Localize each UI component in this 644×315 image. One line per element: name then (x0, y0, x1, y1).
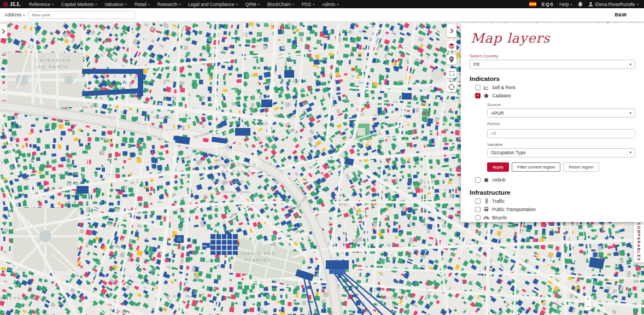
traffic-checkbox[interactable] (475, 199, 481, 204)
drop-pin-button[interactable] (447, 55, 456, 65)
chevron-down-icon: ▾ (23, 13, 25, 17)
chevron-down-icon: ▾ (292, 2, 294, 6)
airbnb-row: Airbnb (475, 177, 635, 183)
nav-item-research[interactable]: Research▾ (154, 2, 184, 7)
filter-current-region-button[interactable]: Filter current region (512, 162, 560, 172)
house-icon (483, 94, 489, 98)
spanish-flag-icon[interactable] (529, 2, 536, 7)
country-value: FR (473, 62, 479, 67)
bus-icon (483, 207, 489, 212)
chart-icon (483, 85, 489, 90)
airbnb-checkbox[interactable] (475, 177, 481, 183)
nav-item-valuation[interactable]: Valuation▾ (101, 2, 131, 7)
variable-value: Occupation Type (491, 150, 526, 155)
chevron-down-icon: ▾ (258, 2, 260, 6)
public-transportation-row: Public Transportation (475, 207, 635, 212)
panel-title: Map layers (471, 31, 635, 46)
panel-collapse-button[interactable] (447, 24, 456, 37)
zoom-in-button[interactable]: + (584, 296, 592, 303)
cadastre-row: Cadastre (475, 93, 635, 98)
reset-region-button[interactable]: Reset region (563, 162, 599, 172)
compass-crosshair-icon (448, 84, 455, 90)
chevron-down-icon: ▾ (148, 2, 150, 6)
help-menu[interactable]: Help▾ (559, 2, 572, 7)
chevron-down-icon: ▾ (637, 2, 639, 6)
region-select-icon (449, 71, 455, 77)
nav-item-admin[interactable]: Admin▾ (318, 2, 342, 7)
bell-icon[interactable] (578, 2, 583, 7)
chevron-down-icon: ▾ (571, 2, 572, 6)
period-input[interactable] (487, 129, 635, 138)
user-menu[interactable]: Elena.RivasRuzafa ▾ (588, 2, 639, 7)
chevron-down-icon: ▾ (629, 111, 631, 115)
map-layers-button[interactable] (447, 41, 456, 51)
house-icon (483, 178, 489, 182)
chevron-down-icon: ▾ (337, 2, 338, 6)
cadastre-checkbox[interactable] (475, 93, 481, 98)
left-panel-expand-tab[interactable] (0, 24, 7, 38)
chevron-right-icon (2, 29, 5, 34)
public-transportation-label: Public Transportation (492, 207, 536, 212)
zoom-control: + − (584, 296, 592, 310)
locate-button[interactable] (447, 82, 456, 92)
top-navigation: JLL Reference▾ Capital Markets▾ Valuatio… (0, 0, 644, 8)
bicycle-icon (483, 215, 489, 220)
source-label: Source (487, 102, 635, 107)
variable-select[interactable]: Occupation Type ▾ (487, 148, 635, 158)
chevron-down-icon: ▾ (313, 2, 314, 6)
nav-item-retail[interactable]: Retail▾ (131, 2, 154, 7)
jll-logo-icon (3, 2, 8, 7)
cadastre-label: Cadastre (492, 93, 511, 98)
traffic-light-icon (483, 199, 489, 203)
chevron-down-icon: ▾ (125, 2, 127, 6)
user-icon (588, 2, 593, 7)
cadastre-actions: Apply Filter current region Reset region (487, 162, 635, 172)
public-transportation-checkbox[interactable] (475, 207, 481, 212)
sell-rent-row: Sell & Rent (475, 85, 635, 90)
search-header: Address▾ B&W (0, 8, 644, 22)
nav-item-qrm[interactable]: QRM▾ (242, 2, 264, 7)
source-value: APUR (491, 110, 504, 116)
nav-item-blockchain[interactable]: BlockChain▾ (264, 2, 298, 7)
apply-button[interactable]: Apply (487, 162, 509, 172)
nav-item-pds[interactable]: PDS▾ (298, 2, 319, 7)
map-layers-panel: Map layers Select Country FR ▾ Indicator… (461, 23, 644, 222)
address-search-input[interactable] (28, 11, 135, 19)
source-select[interactable]: APUR ▾ (487, 108, 635, 118)
traffic-label: Traffic (492, 199, 505, 204)
nav-item-capital-markets[interactable]: Capital Markets▾ (57, 2, 101, 7)
cadastre-options: Source APUR ▾ Period Variable Occupation… (487, 102, 635, 172)
nav-item-legal-and-compliance[interactable]: Legal and Compliance▾ (184, 2, 242, 7)
map-toolbar (447, 24, 456, 92)
layers-icon (448, 43, 455, 49)
user-name: Elena.RivasRuzafa (595, 2, 635, 7)
address-type-select[interactable]: Address▾ (4, 12, 25, 18)
chevron-down-icon: ▾ (179, 2, 180, 6)
chevron-down-icon: ▾ (236, 2, 238, 6)
eqs-logo[interactable]: EQS (542, 2, 554, 7)
chevron-right-icon (450, 28, 454, 33)
bicycle-row: Bicycle (475, 215, 635, 220)
chevron-down-icon: ▾ (629, 62, 631, 67)
bw-style-button[interactable]: B&W (610, 11, 633, 19)
sell-rent-checkbox[interactable] (475, 85, 481, 90)
chevron-down-icon: ▾ (52, 2, 54, 6)
draw-region-button[interactable] (447, 68, 456, 78)
infrastructure-heading: Infrastructure (470, 189, 635, 196)
country-select[interactable]: FR ▾ (470, 60, 635, 69)
chevron-down-icon: ▾ (95, 2, 97, 6)
chevron-down-icon: ▾ (629, 150, 631, 155)
bicycle-label: Bicycle (492, 215, 507, 220)
period-label: Period (487, 121, 635, 126)
airbnb-label: Airbnb (492, 177, 506, 183)
pin-icon (449, 56, 454, 63)
comparables-tab[interactable]: COMPARABLES (634, 221, 644, 262)
bicycle-checkbox[interactable] (475, 215, 481, 220)
nav-item-reference[interactable]: Reference▾ (25, 2, 57, 7)
brand-name: JLL (10, 1, 21, 7)
traffic-row: Traffic (475, 199, 635, 204)
jll-logo[interactable]: JLL (3, 1, 21, 7)
zoom-out-button[interactable]: − (584, 303, 592, 310)
sell-rent-label: Sell & Rent (492, 85, 516, 90)
indicators-heading: Indicators (470, 75, 635, 82)
